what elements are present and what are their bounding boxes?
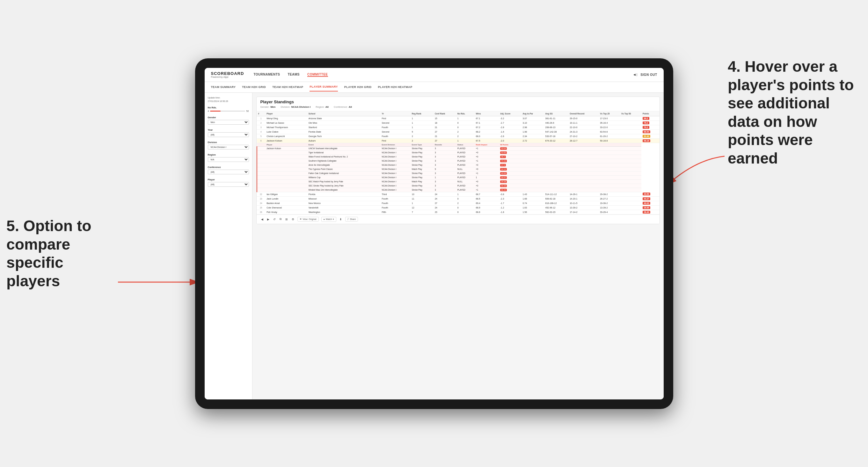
- adj-26: -1.8: [499, 210, 521, 214]
- sub-nav-team-summary[interactable]: TEAM SUMMARY: [211, 83, 236, 91]
- points-3[interactable]: 70.2: [641, 125, 659, 129]
- ev-rounds-8: 1: [434, 175, 456, 180]
- points-4[interactable]: 68.54: [641, 129, 659, 134]
- overall-26: 17-14-2: [568, 210, 599, 214]
- table-row[interactable]: 26 Petr Hruby Washington Fifth 7 23 0 68…: [257, 210, 659, 214]
- sub-nav-player-h2h-heatmap[interactable]: PLAYER H2H HEATMAP: [378, 83, 412, 91]
- points-6[interactable]: 58.18: [641, 138, 659, 143]
- sign-out-button[interactable]: Sign out: [641, 73, 657, 76]
- rank-23: 23: [257, 196, 266, 201]
- rds-3: 0: [456, 125, 475, 129]
- points-1[interactable]: 88.2: [641, 116, 659, 121]
- points-22[interactable]: 40.68: [641, 192, 659, 196]
- nav-tournaments[interactable]: TOURNAMENTS: [253, 73, 280, 77]
- rds-5: 2: [456, 134, 475, 138]
- sub-nav-player-h2h-grid[interactable]: PLAYER H2H GRID: [344, 83, 372, 91]
- event-row-6[interactable]: The Cypress Point Classic NCAA Division …: [257, 167, 659, 171]
- update-time-label: Update time:: [208, 97, 249, 99]
- table-row[interactable]: 3 Michael Thorbjornsen Stanford Fourth 1…: [257, 125, 659, 129]
- event-row-8[interactable]: Williams Cup NCAA Division I Stroke Play…: [257, 175, 659, 180]
- table-row[interactable]: 5 Christo Lamprecht Georgia Tech Fourth …: [257, 134, 659, 138]
- slider-row[interactable]: 4 52: [208, 110, 249, 112]
- points-25[interactable]: 39.95: [641, 205, 659, 210]
- points-26[interactable]: 38.49: [641, 210, 659, 214]
- table-row-highlighted[interactable]: 6 Jackson Kolson Auburn First 2 27 1 67.…: [257, 138, 659, 143]
- points-24[interactable]: 40.02: [641, 201, 659, 205]
- toolbar-share-button[interactable]: ⤴ Share: [345, 217, 358, 222]
- division-select[interactable]: NCAA Division I: [208, 145, 249, 150]
- event-row-1[interactable]: Jackson Kolson UNCW Seahawk Intercollegi…: [257, 146, 659, 151]
- toolbar-settings-btn[interactable]: ⚙: [291, 218, 295, 221]
- points-23[interactable]: 40.27: [641, 196, 659, 201]
- sub-nav-player-summary[interactable]: PLAYER SUMMARY: [310, 83, 338, 92]
- ev-wpoints-1: 43.64: [499, 146, 641, 151]
- toolbar-forward-btn[interactable]: ▶: [267, 218, 270, 221]
- points-5[interactable]: 60.49: [641, 134, 659, 138]
- view-label: View: Original: [303, 218, 316, 220]
- table-row[interactable]: 1 Wenyi Ding Arizona State First 1 15 1 …: [257, 116, 659, 121]
- vs25-23: 26-27-2: [599, 196, 620, 201]
- ev-blank-11: [257, 188, 266, 192]
- player-select[interactable]: (All): [208, 182, 249, 187]
- yr-23: Fourth: [380, 196, 410, 201]
- logo-subtitle: Powered by clippi: [211, 76, 244, 78]
- sub-nav-team-h2h-heatmap[interactable]: TEAM H2H HEATMAP: [272, 83, 303, 91]
- ev-type-11: Stroke Play: [410, 188, 434, 192]
- year-select[interactable]: (All): [208, 132, 249, 137]
- slider-min: 4: [208, 110, 209, 112]
- points-2[interactable]: 76.2: [641, 121, 659, 125]
- table-row[interactable]: 23 Jack Lundin Missouri Fourth 11 24 0 6…: [257, 196, 659, 201]
- toolbar-view-button[interactable]: 👁 View: Original: [298, 217, 319, 222]
- sub-nav-team-h2h-grid[interactable]: TEAM H2H GRID: [242, 83, 266, 91]
- yr-24: Fourth: [380, 201, 410, 205]
- event-row-4[interactable]: Southern Highlands Collegiate NCAA Divis…: [257, 159, 659, 163]
- event-row-7[interactable]: Fallen Oak Collegiate Invitational NCAA …: [257, 171, 659, 175]
- region-select[interactable]: N/A: [208, 157, 249, 162]
- nav-teams[interactable]: TEAMS: [288, 73, 300, 77]
- event-row-2[interactable]: Tiger Invitational NCAA Division I Strok…: [257, 151, 659, 155]
- event-row-10[interactable]: SEC Stroke Play hosted by Jerry Pate NCA…: [257, 184, 659, 188]
- main-content: Update time: 27/01/2024 16:56:26 No Rds.…: [205, 93, 664, 399]
- table-row[interactable]: 24 Bastien Amat New Mexico Fourth 1 27 2…: [257, 201, 659, 205]
- overall-5: 27-10-2: [568, 134, 599, 138]
- sg-2: 440-26-6: [544, 121, 569, 125]
- gender-select[interactable]: Men: [208, 120, 249, 125]
- toolbar-refresh-btn[interactable]: ↺: [273, 218, 276, 221]
- toolbar-copy-btn[interactable]: ⧉: [279, 217, 282, 221]
- ev-event-6: The Cypress Point Classic: [307, 167, 381, 171]
- col-reg-rank: Reg Rank: [410, 111, 434, 116]
- conference-select[interactable]: (All): [208, 169, 249, 175]
- ev-player-6: [265, 167, 307, 171]
- event-row-9[interactable]: SEC Match Play hosted by Jerry Pate NCAA…: [257, 180, 659, 184]
- col-overall: Overall Record: [568, 111, 599, 116]
- toolbar-back-btn[interactable]: ◀: [260, 218, 264, 221]
- ev-wpoints-11: 66.40: [499, 188, 641, 192]
- par-23: 1.68: [521, 196, 544, 201]
- event-row-5[interactable]: Amer An Intercollegiate NCAA Division I …: [257, 163, 659, 167]
- wins-23: 68.5: [475, 196, 499, 201]
- ev-rank-impact-3: +0: [475, 155, 499, 159]
- col-avg-sg: Avg SG: [544, 111, 569, 116]
- wins-4: 68.2: [475, 129, 499, 134]
- toolbar-watch-button[interactable]: ● Watch ▾: [321, 217, 337, 222]
- sg-6: 674-33-12: [544, 138, 569, 143]
- table-row[interactable]: 22 Ian Gilligan Florida Third 10 24 1 68…: [257, 192, 659, 196]
- school-6: Auburn: [307, 138, 381, 143]
- table-row[interactable]: 2 Michael La Sasso Ole Miss Second 1 18 …: [257, 121, 659, 125]
- ev-rounds-9: 3: [434, 180, 456, 184]
- ev-division-6: NCAA Division I: [380, 167, 410, 171]
- ev-type-4: Stroke Play: [410, 159, 434, 163]
- toolbar-layout-btn[interactable]: ⊞: [285, 218, 288, 221]
- slider-track[interactable]: [210, 111, 245, 112]
- ev-rounds-4: 3: [434, 159, 456, 163]
- event-row-3[interactable]: Wake Forest Invitational at Pinehurst No…: [257, 155, 659, 159]
- ev-player-3: [265, 155, 307, 159]
- table-row[interactable]: 25 Cole Sherwood Vanderbilt Fourth 12 24…: [257, 205, 659, 210]
- ev-wpoints-10: 56.38: [499, 184, 641, 188]
- nav-committee[interactable]: COMMITTEE: [307, 73, 328, 77]
- event-row-11[interactable]: Mirabel Maui Jim Intercollegiate NCAA Di…: [257, 188, 659, 192]
- table-row[interactable]: 4 Luke Claton Florida State Second 5 27 …: [257, 129, 659, 134]
- toolbar-download-btn[interactable]: ⬇: [339, 218, 343, 221]
- ev-status-5: PLAYED: [456, 163, 475, 167]
- par-24: 0.74: [521, 201, 544, 205]
